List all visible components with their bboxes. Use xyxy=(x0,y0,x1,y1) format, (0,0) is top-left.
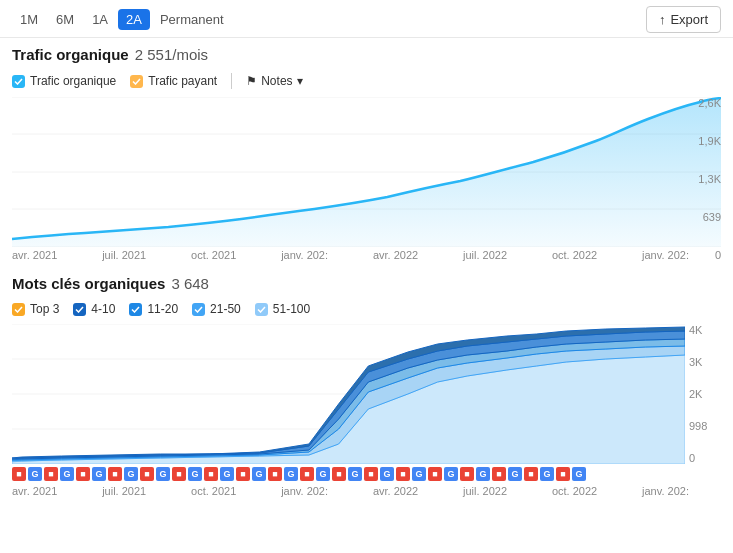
serp-event: G xyxy=(156,467,170,481)
time-btn-1a[interactable]: 1A xyxy=(84,9,116,30)
keywords-x-labels: avr. 2021 juil. 2021 oct. 2021 janv. 202… xyxy=(12,485,721,497)
serp-events-row: ■ G ■ G ■ G ■ G ■ G ■ G ■ G ■ G ■ G ■ G … xyxy=(12,465,721,483)
serp-event: ■ xyxy=(140,467,154,481)
serp-event: ■ xyxy=(460,467,474,481)
legend-organic-label: Trafic organique xyxy=(30,74,116,88)
serp-event: G xyxy=(316,467,330,481)
serp-event: ■ xyxy=(268,467,282,481)
kw-x-label-3: janv. 202: xyxy=(281,485,328,497)
serp-event: G xyxy=(124,467,138,481)
kw-x-label-6: oct. 2022 xyxy=(552,485,597,497)
serp-event: ■ xyxy=(524,467,538,481)
legend-separator xyxy=(231,73,232,89)
serp-event: G xyxy=(28,467,42,481)
organic-traffic-section: Trafic organique 2 551/mois Trafic organ… xyxy=(0,38,733,97)
11-20-checkbox-icon xyxy=(129,303,142,316)
x-label-5: juil. 2022 xyxy=(463,249,507,261)
legend-top3-label: Top 3 xyxy=(30,302,59,316)
legend-51-100[interactable]: 51-100 xyxy=(255,302,310,316)
organic-checkbox-icon xyxy=(12,75,25,88)
legend-11-20-label: 11-20 xyxy=(147,302,178,316)
keywords-chart-area: 4K 3K 2K 998 0 ■ G ■ G ■ G ■ G ■ G ■ G ■… xyxy=(12,324,721,497)
paid-checkbox-icon xyxy=(130,75,143,88)
time-btn-2a[interactable]: 2A xyxy=(118,9,150,30)
serp-event: G xyxy=(252,467,266,481)
x-label-7: janv. 202: xyxy=(642,249,689,261)
serp-event: ■ xyxy=(428,467,442,481)
keywords-y-labels: 4K 3K 2K 998 0 xyxy=(685,324,721,464)
export-button[interactable]: ↑ Export xyxy=(646,6,721,33)
kw-x-label-0: avr. 2021 xyxy=(12,485,57,497)
time-period-selector: 1M 6M 1A 2A Permanent xyxy=(12,9,232,30)
serp-event: ■ xyxy=(108,467,122,481)
serp-event: ■ xyxy=(12,467,26,481)
traffic-x-labels: avr. 2021 juil. 2021 oct. 2021 janv. 202… xyxy=(12,249,721,261)
serp-event: G xyxy=(412,467,426,481)
serp-event: ■ xyxy=(172,467,186,481)
kw-y-label-4: 0 xyxy=(689,452,721,464)
kw-y-label-2: 2K xyxy=(689,388,721,400)
serp-event: G xyxy=(540,467,554,481)
kw-y-label-3: 998 xyxy=(689,420,721,432)
kw-x-label-1: juil. 2021 xyxy=(102,485,146,497)
keywords-legend: Top 3 4-10 11-20 21-50 51-100 xyxy=(12,302,721,316)
time-btn-1m[interactable]: 1M xyxy=(12,9,46,30)
kw-x-label-4: avr. 2022 xyxy=(373,485,418,497)
serp-event: ■ xyxy=(204,467,218,481)
kw-x-label-5: juil. 2022 xyxy=(463,485,507,497)
serp-event: G xyxy=(220,467,234,481)
serp-event: G xyxy=(380,467,394,481)
serp-event: G xyxy=(92,467,106,481)
serp-event: ■ xyxy=(492,467,506,481)
export-label: Export xyxy=(670,12,708,27)
serp-event: G xyxy=(348,467,362,481)
x-label-6: oct. 2022 xyxy=(552,249,597,261)
serp-event: G xyxy=(60,467,74,481)
serp-event: ■ xyxy=(300,467,314,481)
export-icon: ↑ xyxy=(659,12,666,27)
traffic-chart xyxy=(12,97,721,247)
legend-4-10[interactable]: 4-10 xyxy=(73,302,115,316)
serp-event: ■ xyxy=(556,467,570,481)
traffic-title: Trafic organique xyxy=(12,46,129,63)
kw-x-label-2: oct. 2021 xyxy=(191,485,236,497)
legend-51-100-label: 51-100 xyxy=(273,302,310,316)
keywords-section: Mots clés organiques 3 648 Top 3 4-10 11… xyxy=(0,267,733,324)
top-bar: 1M 6M 1A 2A Permanent ↑ Export xyxy=(0,0,733,38)
serp-event: G xyxy=(476,467,490,481)
kw-x-label-7: janv. 202: xyxy=(642,485,689,497)
traffic-value: 2 551/mois xyxy=(135,46,208,63)
legend-21-50-label: 21-50 xyxy=(210,302,241,316)
serp-event: G xyxy=(188,467,202,481)
serp-event: G xyxy=(508,467,522,481)
time-btn-permanent[interactable]: Permanent xyxy=(152,9,232,30)
keywords-chart xyxy=(12,324,685,464)
traffic-chart-container: 2,6K 1,9K 1,3K 639 0 xyxy=(12,97,721,247)
x-label-1: juil. 2021 xyxy=(102,249,146,261)
legend-top3[interactable]: Top 3 xyxy=(12,302,59,316)
time-btn-6m[interactable]: 6M xyxy=(48,9,82,30)
serp-event: G xyxy=(444,467,458,481)
keywords-chart-container: 4K 3K 2K 998 0 xyxy=(12,324,721,464)
x-label-4: avr. 2022 xyxy=(373,249,418,261)
top3-checkbox-icon xyxy=(12,303,25,316)
51-100-checkbox-icon xyxy=(255,303,268,316)
notes-chevron-icon: ▾ xyxy=(297,74,303,88)
serp-event: G xyxy=(572,467,586,481)
x-label-0: avr. 2021 xyxy=(12,249,57,261)
serp-event: ■ xyxy=(396,467,410,481)
legend-4-10-label: 4-10 xyxy=(91,302,115,316)
serp-event: ■ xyxy=(332,467,346,481)
legend-organic[interactable]: Trafic organique xyxy=(12,74,116,88)
kw-y-label-1: 3K xyxy=(689,356,721,368)
notes-button[interactable]: ⚑ Notes ▾ xyxy=(246,74,302,88)
keywords-title: Mots clés organiques xyxy=(12,275,165,292)
serp-event: ■ xyxy=(76,467,90,481)
legend-21-50[interactable]: 21-50 xyxy=(192,302,241,316)
notes-label: Notes xyxy=(261,74,292,88)
serp-event: G xyxy=(284,467,298,481)
serp-event: ■ xyxy=(364,467,378,481)
legend-paid[interactable]: Trafic payant xyxy=(130,74,217,88)
serp-event: ■ xyxy=(44,467,58,481)
legend-11-20[interactable]: 11-20 xyxy=(129,302,178,316)
